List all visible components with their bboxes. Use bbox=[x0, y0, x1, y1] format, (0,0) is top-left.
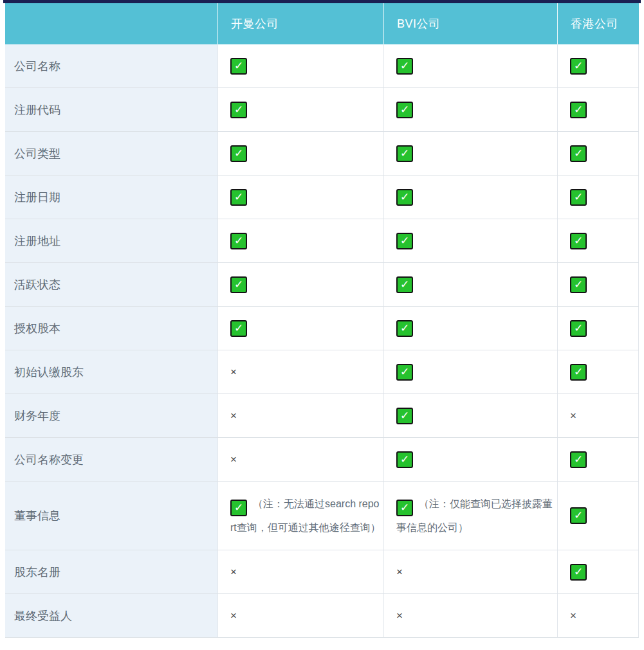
value-cell: × bbox=[383, 550, 557, 593]
value-cell: ✓ bbox=[217, 307, 383, 350]
check-icon: ✓ bbox=[396, 145, 413, 162]
check-icon: ✓ bbox=[230, 145, 247, 162]
cell-note: ✓（注：仅能查询已选择披露董事信息的公司） bbox=[396, 492, 555, 539]
check-icon: ✓ bbox=[570, 102, 587, 118]
table-row: 活跃状态✓✓✓ bbox=[5, 263, 639, 307]
value-cell: × bbox=[217, 550, 383, 593]
check-icon: ✓ bbox=[230, 189, 247, 206]
value-cell: ✓ bbox=[557, 44, 639, 87]
header-cell-hongkong: 香港公司 bbox=[557, 3, 639, 44]
cross-icon: × bbox=[396, 609, 403, 622]
row-label: 董事信息 bbox=[5, 482, 217, 550]
row-label: 财务年度 bbox=[5, 394, 217, 437]
check-icon: ✓ bbox=[396, 189, 413, 206]
check-icon: ✓ bbox=[230, 276, 247, 293]
value-cell: ✓（注：无法通过search report查询，但可通过其他途径查询） bbox=[217, 482, 383, 550]
check-icon: ✓ bbox=[570, 564, 587, 581]
table-row: 公司名称变更×✓✓ bbox=[5, 438, 639, 482]
cross-icon: × bbox=[230, 453, 237, 466]
row-label: 股东名册 bbox=[5, 550, 217, 593]
value-cell: ✓ bbox=[383, 44, 557, 87]
company-comparison-table: 开曼公司 BVI公司 香港公司 公司名称✓✓✓注册代码✓✓✓公司类型✓✓✓注册日… bbox=[5, 3, 639, 638]
row-label: 注册日期 bbox=[5, 176, 217, 219]
check-icon: ✓ bbox=[570, 189, 587, 206]
note-text: （注：仅能查询已选择披露董事信息的公司） bbox=[396, 498, 553, 533]
cross-icon: × bbox=[570, 410, 576, 422]
table-row: 初始认缴股东×✓✓ bbox=[5, 350, 639, 394]
check-icon: ✓ bbox=[230, 320, 247, 337]
check-icon: ✓ bbox=[570, 451, 587, 468]
cross-icon: × bbox=[230, 566, 237, 579]
check-icon: ✓ bbox=[396, 276, 413, 293]
table-row: 董事信息✓（注：无法通过search report查询，但可通过其他途径查询）✓… bbox=[5, 482, 639, 550]
check-icon: ✓ bbox=[396, 58, 413, 75]
value-cell: × bbox=[217, 394, 383, 437]
value-cell: × bbox=[557, 394, 639, 437]
check-icon: ✓ bbox=[396, 320, 413, 337]
check-icon: ✓ bbox=[396, 451, 413, 468]
table-row: 注册地址✓✓✓ bbox=[5, 219, 639, 263]
table-row: 公司名称✓✓✓ bbox=[5, 44, 639, 88]
value-cell: ✓ bbox=[383, 132, 557, 175]
table-body: 公司名称✓✓✓注册代码✓✓✓公司类型✓✓✓注册日期✓✓✓注册地址✓✓✓活跃状态✓… bbox=[5, 44, 639, 638]
value-cell: ✓ bbox=[557, 263, 639, 306]
table-row: 注册日期✓✓✓ bbox=[5, 176, 639, 219]
value-cell: ✓ bbox=[217, 176, 383, 219]
check-icon: ✓ bbox=[570, 58, 587, 75]
value-cell: ✓ bbox=[557, 350, 639, 393]
table-row: 股东名册××✓ bbox=[5, 550, 639, 594]
check-icon: ✓ bbox=[396, 102, 413, 118]
cross-icon: × bbox=[230, 609, 237, 622]
header-cell-cayman: 开曼公司 bbox=[217, 3, 383, 44]
table-row: 最终受益人××× bbox=[5, 594, 639, 638]
check-icon: ✓ bbox=[396, 233, 413, 249]
value-cell: × bbox=[557, 594, 639, 637]
cross-icon: × bbox=[570, 609, 576, 622]
table-row: 授权股本✓✓✓ bbox=[5, 307, 639, 350]
check-icon: ✓ bbox=[396, 364, 413, 381]
value-cell: ✓ bbox=[383, 176, 557, 219]
value-cell: ✓ bbox=[557, 550, 639, 593]
header-cell-empty bbox=[5, 3, 217, 44]
row-label: 授权股本 bbox=[5, 307, 217, 350]
note-text: （注：无法通过search report查询，但可通过其他途径查询） bbox=[230, 498, 381, 533]
value-cell: ✓ bbox=[217, 263, 383, 306]
value-cell: ✓ bbox=[383, 350, 557, 393]
value-cell: ✓ bbox=[557, 307, 639, 350]
check-icon: ✓ bbox=[570, 364, 587, 381]
check-icon: ✓ bbox=[230, 102, 247, 118]
value-cell: ✓ bbox=[217, 219, 383, 262]
table-row: 财务年度×✓× bbox=[5, 394, 639, 438]
value-cell: ✓ bbox=[383, 219, 557, 262]
check-icon: ✓ bbox=[570, 507, 587, 524]
check-icon: ✓ bbox=[570, 145, 587, 162]
value-cell: ✓ bbox=[217, 132, 383, 175]
value-cell: ✓ bbox=[557, 219, 639, 262]
value-cell: ✓（注：仅能查询已选择披露董事信息的公司） bbox=[383, 482, 557, 550]
check-icon: ✓ bbox=[570, 320, 587, 337]
check-icon: ✓ bbox=[230, 500, 247, 516]
table-header-row: 开曼公司 BVI公司 香港公司 bbox=[5, 3, 639, 44]
row-label: 活跃状态 bbox=[5, 263, 217, 306]
row-label: 公司类型 bbox=[5, 132, 217, 175]
cross-icon: × bbox=[396, 566, 403, 579]
cross-icon: × bbox=[230, 410, 237, 422]
row-label: 注册代码 bbox=[5, 88, 217, 131]
check-icon: ✓ bbox=[396, 500, 413, 516]
value-cell: × bbox=[217, 438, 383, 481]
check-icon: ✓ bbox=[570, 276, 587, 293]
value-cell: ✓ bbox=[557, 482, 639, 550]
value-cell: × bbox=[217, 594, 383, 637]
value-cell: ✓ bbox=[557, 438, 639, 481]
row-label: 注册地址 bbox=[5, 219, 217, 262]
row-label: 公司名称 bbox=[5, 44, 217, 87]
value-cell: ✓ bbox=[557, 88, 639, 131]
value-cell: × bbox=[217, 350, 383, 393]
check-icon: ✓ bbox=[230, 58, 247, 75]
row-label: 最终受益人 bbox=[5, 594, 217, 637]
value-cell: ✓ bbox=[383, 263, 557, 306]
value-cell: ✓ bbox=[383, 307, 557, 350]
check-icon: ✓ bbox=[570, 233, 587, 249]
value-cell: ✓ bbox=[383, 438, 557, 481]
value-cell: ✓ bbox=[557, 176, 639, 219]
